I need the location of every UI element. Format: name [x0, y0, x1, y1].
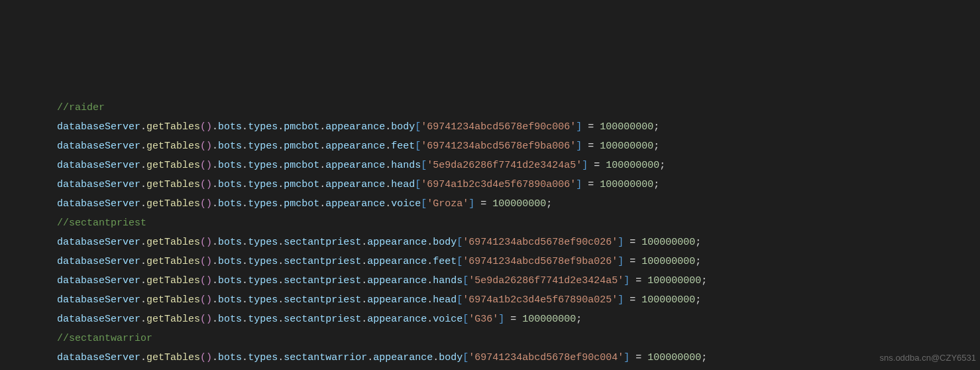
code-line: databaseServer.getTables().bots.types.se…: [57, 252, 980, 271]
code-line: databaseServer.getTables().bots.types.pm…: [57, 117, 980, 137]
code-line: databaseServer.getTables().bots.types.pm…: [57, 137, 980, 156]
code-line: databaseServer.getTables().bots.types.se…: [57, 271, 980, 290]
code-line: databaseServer.getTables().bots.types.pm…: [57, 194, 980, 214]
code-line: databaseServer.getTables().bots.types.se…: [57, 233, 980, 252]
code-line: databaseServer.getTables().bots.types.se…: [57, 367, 980, 370]
code-comment: //sectantwarrior: [57, 329, 980, 348]
code-line: databaseServer.getTables().bots.types.se…: [57, 310, 980, 329]
code-editor-content[interactable]: //raiderdatabaseServer.getTables().bots.…: [57, 98, 980, 370]
watermark: sns.oddba.cn@CZY6531: [880, 348, 976, 367]
code-line: databaseServer.getTables().bots.types.se…: [57, 348, 980, 367]
code-line: databaseServer.getTables().bots.types.se…: [57, 290, 980, 310]
code-line: databaseServer.getTables().bots.types.pm…: [57, 175, 980, 194]
code-comment: //sectantpriest: [57, 214, 980, 233]
code-comment: //raider: [57, 98, 980, 117]
code-line: databaseServer.getTables().bots.types.pm…: [57, 156, 980, 175]
